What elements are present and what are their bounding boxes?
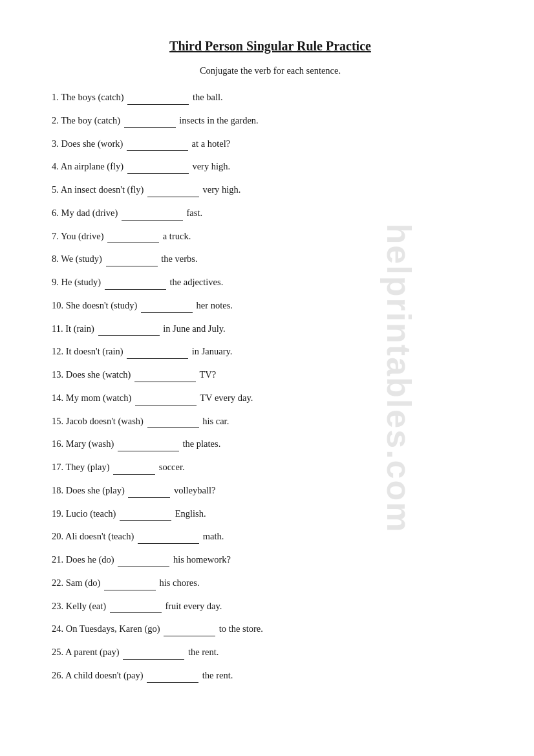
- blank: [110, 612, 162, 613]
- list-item: 7. You (drive) a truck.: [52, 230, 489, 244]
- list-item: 25. A parent (pay) the rent.: [52, 645, 489, 660]
- blank: [118, 567, 169, 567]
- list-item: 23. Kelly (eat) fruit every day.: [52, 599, 489, 614]
- blank: [124, 127, 176, 128]
- list-item: 12. It doesn't (rain) in January.: [52, 345, 489, 359]
- blank: [164, 636, 215, 636]
- list-item: 5. An insect doesn't (fly) very high.: [52, 183, 489, 197]
- list-item: 18. Does she (play) volleyball?: [52, 484, 489, 498]
- list-item: 14. My mom (watch) TV every day.: [52, 391, 489, 405]
- blank: [106, 266, 158, 266]
- blank: [134, 382, 196, 382]
- blank: [98, 335, 160, 336]
- list-item: 4. An airplane (fly) very high.: [52, 160, 489, 174]
- sentences-list: 1. The boys (catch) the ball. 2. The boy…: [52, 91, 489, 683]
- list-item: 19. Lucio (teach) English.: [52, 507, 489, 521]
- list-item: 6. My dad (drive) fast.: [52, 206, 489, 221]
- blank: [147, 197, 199, 197]
- blank: [138, 543, 199, 544]
- blank: [122, 220, 183, 221]
- page-title: Third Person Singular Rule Practice: [52, 39, 489, 54]
- blank: [107, 243, 159, 243]
- blank: [104, 590, 156, 590]
- blank: [127, 173, 189, 174]
- list-item: 10. She doesn't (study) her notes.: [52, 299, 489, 313]
- list-item: 17. They (play) soccer.: [52, 460, 489, 475]
- list-item: 11. It (rain) in June and July.: [52, 322, 489, 336]
- list-item: 13. Does she (watch) TV?: [52, 368, 489, 382]
- list-item: 22. Sam (do) his chores.: [52, 576, 489, 590]
- list-item: 26. A child doesn't (pay) the rent.: [52, 669, 489, 683]
- list-item: 3. Does she (work) at a hotel?: [52, 137, 489, 151]
- blank: [113, 474, 155, 475]
- list-item: 8. We (study) the verbs.: [52, 252, 489, 266]
- blank: [127, 104, 189, 105]
- list-item: 1. The boys (catch) the ball.: [52, 91, 489, 105]
- blank: [135, 405, 197, 405]
- list-item: 16. Mary (wash) the plates.: [52, 437, 489, 451]
- blank: [127, 150, 188, 151]
- list-item: 24. On Tuesdays, Karen (go) to the store…: [52, 622, 489, 636]
- blank: [127, 358, 188, 359]
- blank: [123, 659, 184, 660]
- blank: [147, 427, 199, 428]
- blank: [141, 312, 193, 313]
- blank: [105, 289, 166, 290]
- subtitle: Conjugate the verb for each sentence.: [52, 65, 489, 76]
- blank: [118, 451, 179, 451]
- list-item: 9. He (study) the adjectives.: [52, 275, 489, 290]
- blank: [147, 682, 198, 683]
- list-item: 21. Does he (do) his homework?: [52, 553, 489, 567]
- list-item: 2. The boy (catch) insects in the garden…: [52, 114, 489, 128]
- list-item: 15. Jacob doesn't (wash) his car.: [52, 415, 489, 429]
- list-item: 20. Ali doesn't (teach) math.: [52, 530, 489, 544]
- blank: [128, 497, 170, 498]
- blank: [120, 520, 171, 521]
